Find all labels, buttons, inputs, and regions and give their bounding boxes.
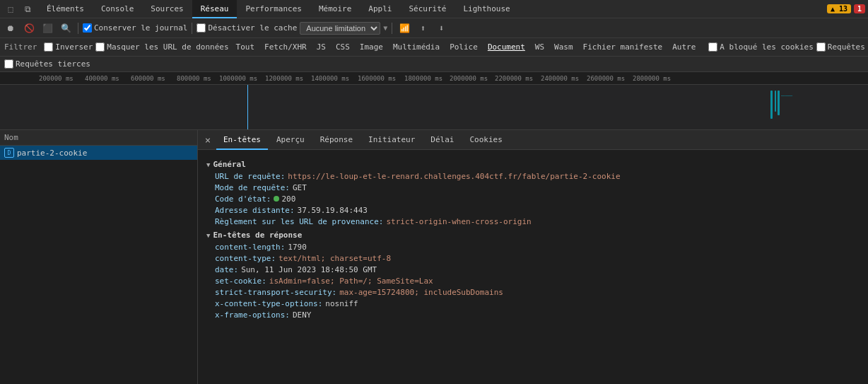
filter-type-css[interactable]: CSS <box>332 42 354 52</box>
invert-checkbox[interactable] <box>44 42 53 52</box>
third-party-checkbox[interactable] <box>4 59 13 69</box>
main-area: Nom D partie-2-cookie × En-têtes Aperçu … <box>0 130 868 384</box>
tick-400: 400000 ms <box>85 75 119 82</box>
request-name: partie-2-cookie <box>17 149 87 158</box>
disable-cache-label[interactable]: Désactiver le cache <box>197 23 297 33</box>
import-button[interactable]: ⬆ <box>415 21 430 36</box>
preserve-log-label[interactable]: Conserver le journal <box>83 23 187 33</box>
tab-sources[interactable]: Sources <box>142 0 192 18</box>
separator-2 <box>192 23 192 34</box>
devtools-menu-icon[interactable]: ⬚ <box>3 1 18 17</box>
status-key: Code d'état: <box>215 194 271 204</box>
request-item-partie2cookie[interactable]: D partie-2-cookie <box>0 146 197 160</box>
timeline-area[interactable]: 200000 ms 400000 ms 600000 ms 800000 ms … <box>0 72 868 130</box>
filter-row: Filtrer Inverser Masquer les URL de donn… <box>0 38 868 57</box>
close-details-button[interactable]: × <box>201 133 215 147</box>
tab-cookies[interactable]: Cookies <box>462 130 509 150</box>
resp-date-key: date: <box>215 265 238 274</box>
throttle-dropdown[interactable]: Aucune limitation ▼ <box>300 22 387 35</box>
separator-3 <box>392 23 392 34</box>
remote-val: 37.59.19.84:443 <box>298 206 368 215</box>
referrer-val: strict-origin-when-cross-origin <box>386 217 531 226</box>
tab-memoire[interactable]: Mémoire <box>310 0 360 18</box>
remote-row: Adresse distante: 37.59.19.84:443 <box>206 206 860 215</box>
details-panel: × En-têtes Aperçu Réponse Initiateur Dél… <box>198 130 868 384</box>
tick-1000: 1000000 ms <box>219 75 257 82</box>
separator-1 <box>78 23 78 34</box>
disable-cache-checkbox[interactable] <box>197 23 206 33</box>
tab-performances[interactable]: Performances <box>237 0 310 18</box>
filter-type-document[interactable]: Document <box>483 42 529 52</box>
resp-set-cookie-val: isAdmin=false; Path=/; SameSite=Lax <box>269 277 433 286</box>
tab-initiateur[interactable]: Initiateur <box>361 130 422 150</box>
general-section-header: Général <box>206 160 860 169</box>
requests-panel: Nom D partie-2-cookie <box>0 130 198 384</box>
resp-sts: strict-transport-security: max-age=15724… <box>206 288 860 297</box>
stop-button[interactable]: 🚫 <box>21 21 37 36</box>
timeline-chart: ___ <box>0 85 868 130</box>
referrer-row: Règlement sur les URL de provenance: str… <box>206 217 860 226</box>
resp-content-type-key: content-type: <box>215 254 276 263</box>
tab-console[interactable]: Console <box>93 0 142 18</box>
filter-type-autre[interactable]: Autre <box>668 42 700 52</box>
tab-appli[interactable]: Appli <box>360 0 400 18</box>
resp-sts-val: max-age=15724800; includeSubDomains <box>339 288 503 297</box>
tab-lighthouse[interactable]: Lighthouse <box>454 0 518 18</box>
search-button[interactable]: 🔍 <box>58 21 74 36</box>
resp-date-val: Sun, 11 Jun 2023 18:48:50 GMT <box>241 265 377 274</box>
blocked-requests-label[interactable]: Requêtes b <box>816 42 868 52</box>
tick-600: 600000 ms <box>131 75 165 82</box>
tab-reponse[interactable]: Réponse <box>313 130 360 150</box>
tab-securite[interactable]: Sécurité <box>400 0 454 18</box>
filter-type-image[interactable]: Image <box>356 42 387 52</box>
resp-xcto-key: x-content-type-options: <box>215 299 322 308</box>
filter-type-fetch[interactable]: Fetch/XHR <box>260 42 311 52</box>
resp-content-type-val: text/html; charset=utf-8 <box>278 254 391 263</box>
preserve-log-checkbox[interactable] <box>83 23 92 33</box>
tab-elements[interactable]: Éléments <box>38 0 93 18</box>
filter-type-ws[interactable]: WS <box>531 42 549 52</box>
tab-delai[interactable]: Délai <box>423 130 461 150</box>
resp-content-length: content-length: 1790 <box>206 243 860 252</box>
tick-2200: 2200000 ms <box>495 75 533 82</box>
filter-type-multimedia[interactable]: Multimédia <box>389 42 444 52</box>
method-val: GET <box>293 183 307 192</box>
blocked-cookies-checkbox[interactable] <box>708 42 717 52</box>
remote-key: Adresse distante: <box>215 206 295 215</box>
resp-xfo-val: DENY <box>293 310 312 320</box>
blocked-cookies-label[interactable]: A bloqué les cookies <box>708 42 813 52</box>
filter-type-wasm[interactable]: Wasm <box>550 42 577 52</box>
referrer-key: Règlement sur les URL de provenance: <box>215 217 383 226</box>
resp-date: date: Sun, 11 Jun 2023 18:48:50 GMT <box>206 265 860 274</box>
response-headers-section-header: En-têtes de réponse <box>206 231 860 240</box>
filter-label: Filtrer <box>4 42 37 52</box>
detach-icon[interactable]: ⧉ <box>20 1 35 17</box>
filter-type-js[interactable]: JS <box>312 42 330 52</box>
status-green-dot <box>274 196 279 202</box>
hide-data-urls-label[interactable]: Masquer les URL de données <box>95 42 228 52</box>
record-button[interactable]: ⏺ <box>3 21 18 36</box>
throttle-select[interactable]: Aucune limitation <box>300 22 380 35</box>
details-content: Général URL de requête: https://le-loup-… <box>198 150 868 384</box>
invert-label[interactable]: Inverser <box>44 42 93 52</box>
resp-xcto-val: nosniff <box>325 299 358 308</box>
wifi-icon[interactable]: 📶 <box>397 21 412 36</box>
network-toolbar: ⏺ 🚫 ⬛ 🔍 Conserver le journal Désactiver … <box>0 18 868 38</box>
filter-type-tout[interactable]: Tout <box>232 42 259 52</box>
resp-xfo-key: x-frame-options: <box>215 310 290 320</box>
tick-1400: 1400000 ms <box>311 75 349 82</box>
filter-icon[interactable]: ⬛ <box>40 21 55 36</box>
blocked-requests-checkbox[interactable] <box>816 42 826 52</box>
filter-type-police[interactable]: Police <box>445 42 482 52</box>
tick-2000: 2000000 ms <box>450 75 488 82</box>
filter-type-manifest[interactable]: Fichier manifeste <box>579 42 667 52</box>
export-button[interactable]: ⬇ <box>433 21 449 36</box>
third-party-label[interactable]: Requêtes tierces <box>4 59 90 69</box>
tab-reseau[interactable]: Réseau <box>192 0 237 18</box>
url-val: https://le-loup-et-le-renard.challenges.… <box>288 172 620 181</box>
hide-data-urls-checkbox[interactable] <box>95 42 105 52</box>
tab-en-tetes[interactable]: En-têtes <box>216 130 268 150</box>
requests-header: Nom <box>0 130 197 146</box>
third-party-row: Requêtes tierces <box>0 57 868 72</box>
tab-apercu[interactable]: Aperçu <box>269 130 312 150</box>
